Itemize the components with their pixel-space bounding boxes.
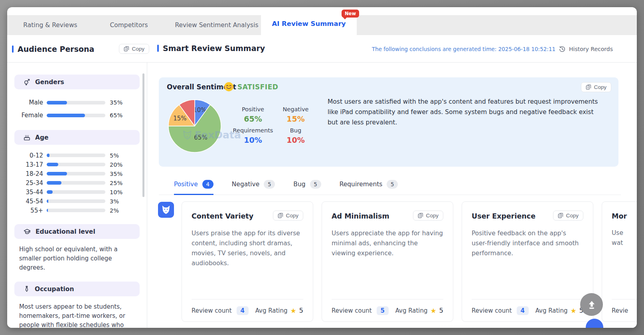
generated-time-text: The following conclusions are generated … — [372, 46, 555, 52]
tab-label: Positive — [174, 181, 198, 188]
page-header: Audience Persona Copy Smart Review Summa… — [7, 35, 637, 62]
avg-rating-value: 5 — [299, 307, 303, 314]
sentiment-pie-chart: 10%65%15% — [167, 97, 223, 157]
age-section-header: Age — [14, 130, 140, 145]
copy-summary-button[interactable]: Copy — [581, 82, 611, 92]
stat-label: Negative — [268, 106, 324, 112]
bar-fill — [47, 154, 49, 157]
tab-rating-reviews[interactable]: Rating & Reviews — [18, 15, 82, 35]
sidebar-title: Audience Persona — [18, 45, 94, 53]
education-text: High school or equivalent, with a smalle… — [19, 245, 132, 272]
bar-value: 3% — [110, 198, 119, 205]
card-title: User Experience — [472, 211, 535, 220]
card-clipped: Mor Use wat Revie — [602, 201, 637, 322]
card-title: Ad Minimalism — [332, 211, 389, 220]
tab-label: Requirements — [340, 181, 383, 188]
bar-value: 25% — [110, 180, 122, 186]
bar-track — [47, 209, 105, 212]
review-count-badge: 5 — [377, 306, 389, 315]
copy-icon — [278, 213, 283, 219]
upload-top-button[interactable] — [580, 293, 603, 316]
gender-bars: Male35%Female65% — [14, 96, 140, 122]
upload-icon — [587, 300, 597, 310]
persona-bar-row: Male35% — [14, 96, 140, 109]
sidebar-scrollbar[interactable] — [142, 73, 144, 197]
tab-requirements[interactable]: Requirements 5 — [340, 180, 398, 195]
review-count-label: Review count — [332, 307, 372, 314]
avg-rating-label: Avg Rating — [395, 307, 428, 314]
history-icon — [559, 45, 566, 53]
copy-label: Copy — [594, 84, 606, 90]
tab-positive[interactable]: Positive 4 — [174, 180, 213, 195]
genders-label: Genders — [35, 79, 64, 86]
occupation-section-header: Occupation — [14, 282, 140, 296]
card-description: Use — [612, 228, 637, 238]
bar-value: 35% — [110, 171, 122, 177]
card-user-experience: User Experience Copy Positive feedback o… — [462, 201, 593, 322]
tab-label: Bug — [293, 181, 305, 188]
pie-slice-label: 15% — [173, 115, 186, 122]
copy-card-button[interactable]: Copy — [553, 211, 583, 221]
card-description: Users praise the app for its diverse con… — [192, 229, 303, 268]
audience-persona-panel: Genders Male35%Female65% Age 0-125%13-17… — [7, 63, 147, 328]
sentiment-status: SATISFIED — [237, 83, 278, 91]
copy-label: Copy — [286, 213, 298, 219]
card-description: Users appreciate the app for having mini… — [332, 229, 443, 258]
history-records-link[interactable]: History Records — [569, 46, 613, 52]
persona-bar-row: 55+2% — [14, 206, 140, 215]
smart-review-summary-panel: Overall Sentiment SATISFIED Copy 10%65%1… — [147, 63, 637, 328]
education-label: Educational level — [36, 228, 95, 235]
bar-track — [47, 163, 105, 166]
occupation-label: Occupation — [35, 286, 74, 293]
bar-label: 18-24 — [14, 170, 43, 177]
review-count-badge: 4 — [237, 306, 249, 315]
tab-competitors[interactable]: Competitors — [99, 15, 159, 35]
review-count-label: Revie — [612, 307, 628, 314]
sentiment-summary-text: Most users are satisfied with the app's … — [328, 97, 600, 128]
persona-bar-row: 35-4410% — [14, 187, 140, 197]
copy-icon — [586, 84, 591, 90]
bar-fill — [47, 163, 58, 166]
stat-value: 10% — [268, 136, 324, 144]
copy-card-button[interactable]: Copy — [273, 211, 303, 221]
occupation-text: Most users appear to be students, homema… — [19, 302, 132, 328]
copy-label: Copy — [566, 213, 579, 219]
tab-bug[interactable]: Bug 5 — [293, 180, 321, 195]
copy-persona-button[interactable]: Copy — [119, 44, 149, 54]
accent-bar — [157, 45, 159, 52]
bar-track — [47, 172, 105, 175]
copy-icon — [418, 213, 423, 219]
copy-card-button[interactable]: Copy — [413, 211, 443, 221]
card-title: Mor — [612, 211, 627, 220]
bar-label: Male — [14, 99, 43, 106]
bar-track — [47, 114, 105, 117]
review-count-badge: 4 — [517, 306, 529, 315]
stat-label: Bug — [268, 127, 324, 134]
bar-fill — [47, 190, 53, 194]
bar-label: 35-44 — [14, 189, 43, 196]
stat-negative: Negative 15% — [268, 106, 324, 123]
tab-negative[interactable]: Negative 5 — [232, 180, 275, 195]
bar-track — [47, 101, 105, 104]
graduation-cap-icon — [23, 228, 31, 235]
bar-fill — [47, 181, 61, 185]
pie-slice-label: 65% — [194, 134, 207, 141]
bar-track — [47, 199, 105, 203]
genders-section-header: Genders — [14, 75, 140, 89]
card-description: Positive feedback on the app's user-frie… — [472, 229, 583, 258]
foxdata-logo — [158, 202, 174, 218]
new-badge: New — [342, 10, 359, 18]
copy-label: Copy — [426, 213, 439, 219]
bar-label: 45-54 — [14, 198, 43, 205]
star-icon: ★ — [571, 307, 577, 315]
accent-bar — [12, 45, 14, 53]
avg-rating-value: 5 — [439, 307, 443, 314]
tab-review-sentiment-analysis[interactable]: Review Sentiment Analysis — [175, 15, 259, 35]
bar-track — [47, 190, 105, 194]
bar-label: 0-12 — [14, 152, 43, 159]
bar-fill — [47, 209, 48, 212]
bar-label: 13-17 — [14, 161, 43, 168]
necktie-icon — [23, 285, 30, 293]
persona-bar-row: Female65% — [14, 109, 140, 122]
bar-fill — [47, 172, 67, 175]
